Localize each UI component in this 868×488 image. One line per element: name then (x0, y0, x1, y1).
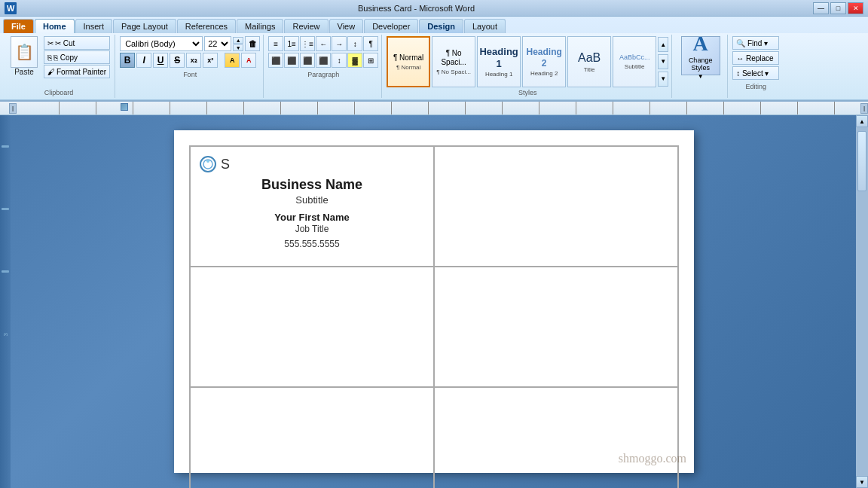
font-shrink-button[interactable]: ▼ (233, 44, 243, 51)
line-spacing-button[interactable]: ↕ (332, 53, 347, 68)
change-styles-arrow: ▼ (698, 73, 704, 80)
change-styles-group: A ChangeStyles ▼ . (674, 35, 728, 98)
tab-mailings[interactable]: Mailings (237, 19, 283, 33)
style-subtitle[interactable]: AaBbCc... Subtitle (613, 36, 656, 87)
tab-design[interactable]: Design (419, 19, 463, 33)
decrease-indent-button[interactable]: ← (316, 36, 331, 51)
change-styles-icon: A (693, 32, 708, 56)
style-title[interactable]: AaB Title (567, 36, 611, 87)
highlight-button[interactable]: A (225, 53, 240, 68)
card-business-name: Business Name (200, 177, 424, 193)
card-logo-letter: S (221, 157, 230, 172)
font-name-select[interactable]: Calibri (Body) (120, 36, 203, 51)
card-subtitle: Subtitle (200, 194, 424, 206)
styles-more[interactable]: ▼ (658, 72, 668, 87)
align-left-button[interactable]: ⬛ (268, 53, 283, 68)
tab-home[interactable]: Home (35, 19, 75, 33)
superscript-button[interactable]: x² (203, 53, 218, 68)
subscript-button[interactable]: x₂ (186, 53, 201, 68)
scroll-up-button[interactable]: ▲ (856, 115, 868, 127)
sort-button[interactable]: ↕ (347, 36, 362, 51)
svg-point-2 (200, 157, 215, 172)
document-area: 3 S Business Name Subtitle Your First Na (0, 115, 868, 488)
font-size-select[interactable]: 22 (204, 36, 231, 51)
select-button[interactable]: ↕ Select ▾ (732, 66, 779, 80)
increase-indent-button[interactable]: → (332, 36, 347, 51)
shading-button[interactable]: ▓ (347, 53, 362, 68)
document-page: S Business Name Subtitle Your First Name… (174, 130, 694, 473)
scroll-track[interactable] (856, 127, 868, 476)
style-no-spacing-preview: ¶ No Spaci... (434, 49, 473, 67)
tab-review[interactable]: Review (284, 19, 328, 33)
tab-layout[interactable]: Layout (464, 19, 506, 33)
scroll-down-button[interactable]: ▼ (856, 476, 868, 488)
card-cell-2-1[interactable] (190, 267, 434, 387)
window-controls[interactable]: — □ ✕ (813, 2, 863, 14)
styles-group: ¶ Normal ¶ Normal ¶ No Spaci... ¶ No Spa… (384, 35, 672, 98)
card-cell-2-2[interactable] (434, 267, 678, 387)
tab-developer[interactable]: Developer (364, 19, 418, 33)
replace-button[interactable]: ↔ Replace (732, 51, 779, 65)
style-no-spacing[interactable]: ¶ No Spaci... ¶ No Spaci... (432, 36, 475, 87)
show-formatting-button[interactable]: ¶ (363, 36, 378, 51)
styles-scroll-up[interactable]: ▲ (658, 37, 668, 52)
scroll-thumb[interactable] (857, 131, 866, 191)
card-phone: 555.555.5555 (200, 239, 424, 249)
ruler-right-margin[interactable]: | (860, 103, 868, 114)
italic-button[interactable]: I (136, 53, 151, 68)
right-scrollbar[interactable]: ▲ ▼ (856, 115, 868, 488)
justify-button[interactable]: ⬛ (316, 53, 331, 68)
align-center-button[interactable]: ⬛ (284, 53, 299, 68)
style-title-label: Title (584, 66, 595, 73)
editing-group: 🔍 Find ▾ ↔ Replace ↕ Select ▾ Editing (729, 35, 782, 98)
style-normal-label: ¶ Normal (396, 64, 420, 71)
format-painter-button[interactable]: 🖌 Format Painter (44, 65, 110, 78)
card-cell-3-2[interactable] (434, 387, 678, 488)
tab-row: File Home Insert Page Layout References … (0, 17, 868, 33)
svg-point-4 (206, 160, 209, 163)
underline-button[interactable]: U (153, 53, 168, 68)
card-cell-3-1[interactable] (190, 387, 434, 488)
styles-scroll-down[interactable]: ▼ (658, 54, 668, 69)
tab-page-layout[interactable]: Page Layout (113, 19, 176, 33)
styles-scroll[interactable]: ▲ ▼ ▼ (658, 36, 668, 87)
align-right-button[interactable]: ⬛ (300, 53, 315, 68)
bullets-button[interactable]: ≡ (268, 36, 283, 51)
toolbar: 📋 Paste ✂ ✂ Cut ⎘ ⎘ Copy 🖌 Format Painte… (0, 33, 868, 100)
card-cell-1-2[interactable] (434, 146, 678, 267)
font-color-button[interactable]: A (241, 53, 256, 68)
minimize-button[interactable]: — (813, 2, 829, 14)
bold-button[interactable]: B (120, 53, 135, 68)
change-styles-button[interactable]: A ChangeStyles ▼ (681, 36, 720, 75)
close-button[interactable]: ✕ (848, 2, 863, 14)
clipboard-small-buttons: ✂ ✂ Cut ⎘ ⎘ Copy 🖌 Format Painter (44, 36, 110, 78)
maximize-button[interactable]: □ (830, 2, 846, 14)
numbering-button[interactable]: 1≡ (284, 36, 299, 51)
tab-file[interactable]: File (3, 19, 34, 33)
margin-mark-2 (2, 208, 9, 210)
editing-label: Editing (732, 81, 779, 90)
paste-button[interactable]: 📋 Paste (8, 36, 41, 76)
card-cell-1-1[interactable]: S Business Name Subtitle Your First Name… (190, 146, 434, 267)
style-heading1-label: Heading 1 (485, 71, 512, 78)
ruler-indent-marker[interactable] (121, 103, 128, 111)
multilevel-button[interactable]: ⋮≡ (300, 36, 315, 51)
strikethrough-button[interactable]: S (170, 53, 185, 68)
tab-insert[interactable]: Insert (75, 19, 113, 33)
business-card-grid: S Business Name Subtitle Your First Name… (189, 145, 679, 488)
copy-button[interactable]: ⎘ ⎘ Copy (44, 50, 110, 64)
style-heading2[interactable]: Heading 2 Heading 2 (522, 36, 566, 87)
style-heading1[interactable]: Heading 1 Heading 1 (477, 36, 521, 87)
style-title-preview: AaB (578, 50, 601, 65)
ruler-left-margin[interactable]: | (9, 103, 17, 114)
font-grow-button[interactable]: ▲ (233, 37, 243, 44)
ruler: | | (0, 102, 868, 115)
style-normal[interactable]: ¶ Normal ¶ Normal (387, 36, 430, 87)
tab-references[interactable]: References (177, 19, 236, 33)
find-button[interactable]: 🔍 Find ▾ (732, 36, 779, 50)
cut-button[interactable]: ✂ ✂ Cut (44, 36, 110, 50)
tab-view[interactable]: View (329, 19, 364, 33)
font-clear-button[interactable]: 🗑 (245, 36, 260, 51)
borders-button[interactable]: ⊞ (363, 53, 378, 68)
margin-mark-3 (2, 270, 9, 273)
